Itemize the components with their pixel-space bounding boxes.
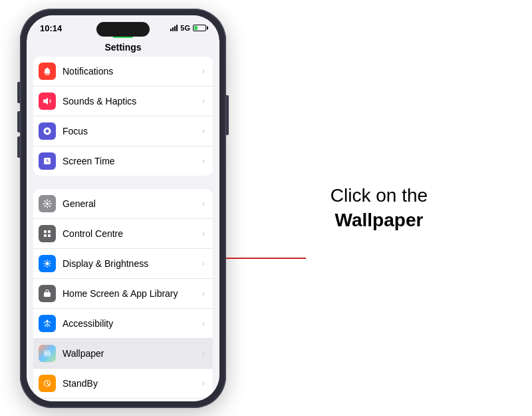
settings-item-accessibility[interactable]: Accessibility ›	[33, 309, 213, 339]
general-label: General	[63, 198, 200, 209]
settings-item-general[interactable]: General ›	[33, 189, 213, 219]
status-icons: 5G	[170, 24, 206, 32]
settings-item-notifications[interactable]: Notifications ›	[33, 57, 213, 87]
settings-content: Notifications › Sounds	[27, 57, 219, 401]
focus-label: Focus	[63, 126, 200, 136]
wallpaper-icon	[39, 345, 56, 362]
settings-item-standby[interactable]: StandBy ›	[33, 369, 213, 399]
standby-chevron: ›	[202, 378, 205, 388]
display-icon	[39, 255, 56, 272]
screentime-label: Screen Time	[63, 156, 200, 166]
general-icon	[39, 195, 56, 212]
notifications-icon	[39, 63, 56, 80]
instruction-text: Click on the Wallpaper	[331, 184, 428, 232]
settings-item-wallpaper[interactable]: Wallpaper ›	[33, 339, 213, 369]
display-label: Display & Brightness	[63, 258, 200, 269]
settings-item-focus[interactable]: Focus ›	[33, 116, 213, 146]
accessibility-icon	[39, 315, 56, 332]
network-label: 5G	[180, 24, 190, 32]
settings-scroll[interactable]: Notifications › Sounds	[27, 57, 219, 401]
wallpaper-chevron: ›	[202, 348, 205, 358]
svg-point-6	[46, 262, 49, 265]
settings-card-1: Notifications › Sounds	[33, 57, 213, 176]
svg-rect-7	[44, 292, 51, 297]
instruction-line1: Click on the	[331, 185, 428, 206]
notifications-label: Notifications	[63, 66, 200, 77]
homescreen-label: Home Screen & App Library	[63, 288, 200, 299]
status-time: 10:14	[40, 23, 62, 33]
controlcentre-icon	[39, 225, 56, 242]
settings-item-screentime[interactable]: Screen Time ›	[33, 146, 213, 176]
focus-icon	[39, 122, 56, 140]
page-container: 10:14 5G	[0, 0, 532, 416]
focus-chevron: ›	[202, 126, 205, 136]
accessibility-chevron: ›	[202, 318, 205, 328]
standby-icon	[39, 375, 56, 392]
instruction-area: Click on the Wallpaper	[226, 170, 532, 246]
screentime-icon	[39, 152, 56, 170]
settings-group-1: Notifications › Sounds	[33, 57, 213, 176]
battery-indicator	[193, 25, 206, 31]
general-chevron: ›	[202, 198, 205, 208]
settings-card-2: General ›	[33, 189, 213, 401]
accessibility-label: Accessibility	[63, 318, 200, 329]
svg-rect-3	[48, 230, 51, 233]
svg-rect-4	[44, 234, 47, 237]
signal-icon	[170, 25, 178, 31]
sounds-label: Sounds & Haptics	[63, 96, 200, 106]
homescreen-icon	[39, 285, 56, 302]
phone-mockup: 10:14 5G	[20, 9, 226, 408]
wallpaper-label: Wallpaper	[63, 348, 200, 359]
settings-group-2: General ›	[33, 189, 213, 401]
phone-screen: 10:14 5G	[27, 15, 219, 401]
controlcentre-label: Control Centre	[63, 228, 200, 239]
screentime-chevron: ›	[202, 156, 205, 166]
svg-rect-2	[44, 230, 47, 233]
notifications-chevron: ›	[202, 66, 205, 76]
instruction-line2: Wallpaper	[331, 208, 428, 232]
settings-item-display[interactable]: Display & Brightness ›	[33, 249, 213, 279]
settings-item-controlcentre[interactable]: Control Centre ›	[33, 219, 213, 249]
svg-rect-5	[48, 234, 51, 237]
homescreen-chevron: ›	[202, 288, 205, 298]
nav-title: Settings	[27, 41, 219, 57]
dynamic-island	[96, 22, 150, 37]
settings-item-siri[interactable]: Siri & Search ›	[33, 399, 213, 401]
settings-item-sounds[interactable]: Sounds & Haptics ›	[33, 87, 213, 116]
svg-point-1	[46, 202, 49, 205]
status-bar: 10:14 5G	[27, 15, 219, 36]
standby-label: StandBy	[63, 378, 200, 389]
sounds-icon	[39, 93, 56, 110]
settings-item-homescreen[interactable]: Home Screen & App Library ›	[33, 279, 213, 309]
controlcentre-chevron: ›	[202, 228, 205, 238]
display-chevron: ›	[202, 258, 205, 268]
sounds-chevron: ›	[202, 96, 205, 106]
